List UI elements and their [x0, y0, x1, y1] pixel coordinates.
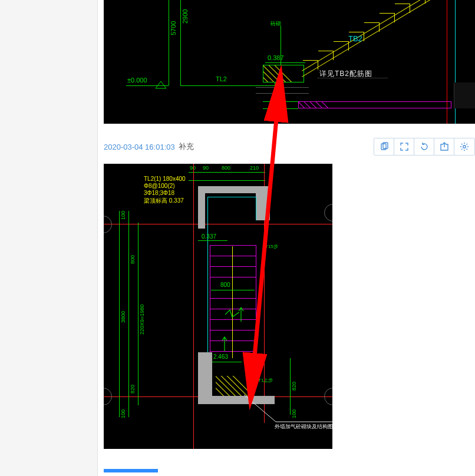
rotate-button[interactable] [414, 138, 434, 155]
spec-line2: Φ8@100(2) [144, 183, 175, 189]
label-tl2: TL2 [216, 75, 227, 82]
dim-0337: 0.337 [202, 233, 216, 240]
dim-210: 210 [250, 165, 259, 171]
dim-100b: 100 [120, 409, 126, 418]
label-tb2: TB2 [348, 34, 362, 43]
share-button[interactable] [434, 138, 454, 155]
gear-icon [460, 142, 469, 151]
cad-image-1: 5700 2900 ±0.000 TL2 0.387 [104, 0, 475, 124]
svg-point-2 [463, 146, 466, 148]
timestamp: 2020-03-04 16:01:03 [104, 143, 175, 151]
settings-button[interactable] [454, 138, 474, 155]
spec-line1: TL2(1) 180x400 [144, 176, 186, 182]
expand-button[interactable] [394, 138, 414, 155]
dim-2900: 2900 [182, 9, 189, 24]
dim-800b: 800 [130, 255, 136, 264]
image-toolbar [374, 138, 475, 156]
copy-button[interactable] [374, 138, 394, 155]
left-sidebar [0, 0, 98, 476]
rotate-icon [420, 142, 429, 151]
elev-zero: ±0.000 [127, 77, 147, 84]
label-t1: T1上步 [258, 377, 273, 384]
spec-line3: 3Φ18;3Φ18 [144, 190, 174, 196]
dim-800c: 800 [220, 282, 230, 288]
dim-800a: 800 [222, 165, 230, 171]
spec-line4: 梁顶标高 0.337 [144, 197, 184, 205]
dim-90a: 90 [190, 165, 196, 171]
bottom-accent [104, 469, 158, 472]
expand-icon [400, 142, 409, 151]
dim-820b: 820 [291, 382, 297, 391]
note-wall: 外墙加气砼砌块及结构图 [275, 423, 332, 431]
copy-icon [380, 142, 389, 151]
dim-2463: 2.463 [213, 353, 228, 360]
timestamp-suffix: 补充 [179, 141, 194, 152]
dim-90b: 90 [203, 165, 209, 171]
dim-100a: 100 [120, 211, 126, 220]
dim-3800: 3800 [120, 311, 126, 323]
dim-5700: 5700 [170, 21, 177, 35]
label-t15: T15步 [265, 243, 278, 250]
dim-0387: 0.387 [268, 54, 284, 61]
main-column: 5700 2900 ±0.000 TL2 0.387 [98, 0, 475, 476]
share-icon [440, 142, 449, 151]
dim-220x9: 220X9=1980 [139, 305, 145, 335]
image-meta-row: 2020-03-04 16:01:03 补充 [104, 138, 475, 156]
cad-image-2: TL2(1) 180x400 Φ8@100(2) 3Φ18;3Φ18 梁顶标高 … [104, 164, 332, 449]
dim-820a: 820 [130, 385, 136, 394]
label-brick: 砖砌 [271, 20, 281, 28]
